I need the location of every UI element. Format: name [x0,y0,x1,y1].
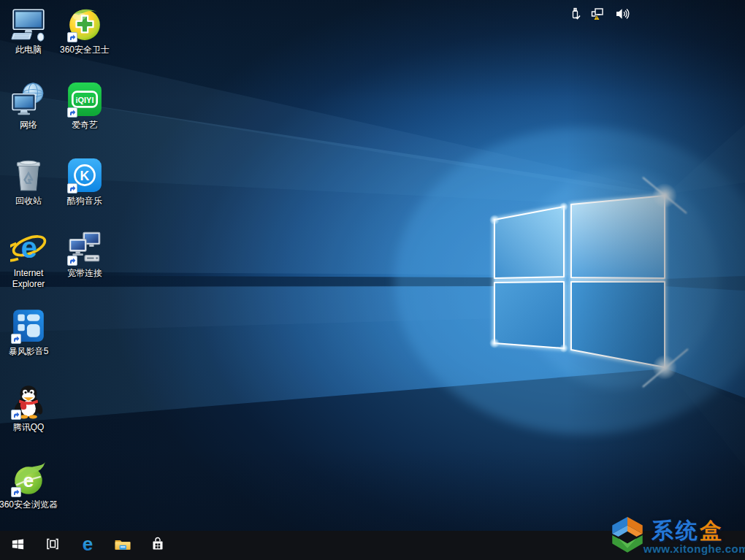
desktop-icon-label: 酷狗音乐 [54,196,115,207]
svg-text:e: e [21,231,37,264]
shortcut-arrow-icon [67,107,77,118]
desktop-icon-label: 回收站 [0,196,59,207]
360-safe-guard-icon [66,6,103,42]
shortcut-arrow-icon [67,183,77,193]
store-button[interactable] [140,531,175,560]
desktop-icon-label: 暴风影音5 [0,346,59,357]
safely-remove-hardware-tray[interactable] [567,7,584,24]
recycle-bin-icon [10,157,47,193]
desktop-icon-baofeng-player[interactable]: 暴风影音5 [0,307,59,357]
usb-icon [568,7,583,24]
file-explorer-button[interactable] [105,531,140,560]
tencent-qq-icon [10,383,47,420]
store-bag-icon [150,536,166,555]
edge-button[interactable]: e [70,531,105,560]
internet-explorer-icon: e [10,229,47,266]
desktop-icon-label: Internet Explorer [0,268,59,290]
baofeng-player-icon [10,307,47,344]
desktop-icon-label: 腾讯QQ [0,422,59,433]
network-warning-icon [589,6,605,25]
shortcut-arrow-icon [11,487,21,497]
speaker-icon [614,6,630,25]
desktop-icon-tencent-qq[interactable]: 腾讯QQ [0,383,59,433]
desktop-icon-label: 360安全浏览器 [0,499,59,510]
desktop-icon-label: 宽带连接 [54,268,115,279]
desktop-icon-this-pc[interactable]: 此电脑 [0,6,59,55]
shortcut-arrow-icon [11,334,21,344]
desktop-icon-iqiyi[interactable]: iQIYI 爱奇艺 [54,81,115,131]
task-view-icon [45,537,60,554]
this-pc-icon [10,6,47,42]
desktop-icon-label: 360安全卫士 [54,45,115,55]
shortcut-arrow-icon [11,410,21,420]
360-safe-browser-icon: e [10,461,47,497]
svg-text:iQIYI: iQIYI [76,96,94,104]
svg-text:e: e [83,535,93,553]
start-button[interactable] [0,531,35,560]
desktop-icon-360-safe-guard[interactable]: 360安全卫士 [54,6,115,55]
desktop-icon-recycle-bin[interactable]: 回收站 [0,157,59,207]
shortcut-arrow-icon [67,256,77,266]
desktop-icon-broadband-connection[interactable]: 宽带连接 [54,229,115,279]
desktop-icon-label: 此电脑 [0,45,59,55]
svg-text:K: K [80,169,90,183]
desktop-icon-kugou-music[interactable]: K 酷狗音乐 [54,157,115,207]
desktop-icon-network[interactable]: 网络 [0,81,59,131]
folder-icon [114,535,131,556]
network-status-tray[interactable] [589,7,606,24]
edge-icon: e [79,535,96,556]
desktop-icon-label: 网络 [0,120,59,131]
task-view-button[interactable] [35,531,70,560]
taskbar: e [0,531,745,560]
windows-logo-icon [11,537,25,554]
desktop-icon-label: 爱奇艺 [54,120,115,131]
volume-tray[interactable] [614,7,631,24]
desktop-icon-360-safe-browser[interactable]: e 360安全浏览器 [0,461,59,510]
broadband-connection-icon [66,229,103,266]
desktop-icon-internet-explorer[interactable]: e Internet Explorer [0,229,59,290]
kugou-music-icon: K [66,157,103,193]
shortcut-arrow-icon [67,32,77,42]
network-icon [10,81,47,118]
iqiyi-icon: iQIYI [66,81,103,118]
